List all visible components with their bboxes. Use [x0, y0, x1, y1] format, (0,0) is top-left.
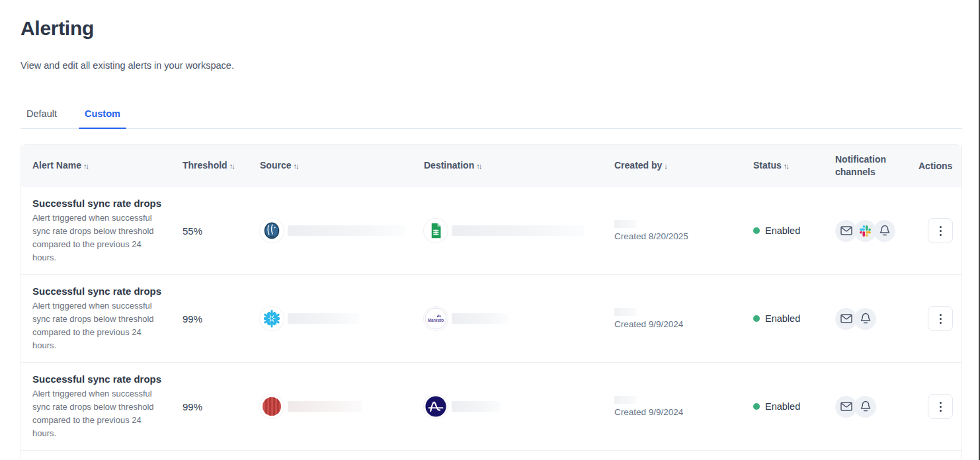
- alert-description: Alert triggered when successful sync rat…: [32, 211, 159, 264]
- redacted-creator-name: [614, 308, 636, 316]
- status-badge: Enabled: [753, 225, 835, 236]
- sort-icon: ↑↓: [229, 162, 234, 170]
- postgresql-icon: [260, 219, 284, 243]
- alert-name-text: Successful sync rate drops: [32, 286, 169, 297]
- created-date: Created 9/9/2024: [614, 407, 753, 417]
- created-by-cell: Created 9/9/2024: [614, 308, 753, 329]
- status-dot: [753, 403, 760, 410]
- slack-icon: [860, 225, 871, 237]
- sort-icon: ↑↓: [83, 162, 88, 170]
- actions-menu-button[interactable]: [928, 218, 953, 243]
- threshold-value: 99%: [183, 401, 260, 412]
- created-date: Created 8/20/2025: [614, 231, 753, 241]
- status-label: Enabled: [765, 225, 800, 236]
- column-header-status[interactable]: Status↑↓: [753, 159, 835, 172]
- red-database-icon: [260, 395, 284, 418]
- status-dot: [753, 227, 760, 234]
- redacted-creator-name: [614, 220, 636, 228]
- status-label: Enabled: [765, 401, 800, 412]
- sort-icon: ↑↓: [784, 162, 788, 170]
- alerting-page: Alerting View and edit all existing aler…: [0, 0, 980, 460]
- redacted-source-name: [288, 401, 362, 412]
- threshold-value: 99%: [183, 313, 260, 325]
- notification-channels-cell: [835, 220, 919, 242]
- table-row: Successful sync rate drops Alert trigger…: [21, 275, 961, 363]
- marketo-icon: Marketo: [424, 307, 448, 330]
- redacted-destination-name: [452, 401, 501, 412]
- alert-description: Alert triggered when successful sync rat…: [32, 387, 159, 440]
- source-cell: [260, 307, 424, 330]
- bell-channel-chip: [854, 308, 876, 330]
- column-header-created-by[interactable]: Created by↓: [614, 159, 753, 172]
- status-badge: Enabled: [753, 401, 835, 412]
- source-cell: [260, 395, 424, 418]
- table-row: Successful sync rate drops Alert trigger…: [21, 363, 961, 451]
- notification-channels-cell: [835, 396, 919, 418]
- bell-icon: [860, 401, 871, 412]
- source-cell: [260, 219, 424, 243]
- alert-name-text: Successful sync rate drops: [32, 198, 169, 209]
- column-header-notification-channels: Notification channels: [835, 153, 919, 178]
- kebab-icon: [940, 314, 942, 316]
- tab-custom[interactable]: Custom: [79, 104, 126, 128]
- destination-cell: Marketo: [424, 307, 614, 330]
- table-row: [21, 451, 961, 460]
- column-header-actions: Actions: [919, 160, 961, 172]
- column-header-threshold[interactable]: Threshold↑↓: [183, 159, 260, 172]
- email-icon: [840, 226, 852, 235]
- table-row: Successful sync rate drops Alert trigger…: [21, 187, 961, 275]
- page-subtitle: View and edit all existing alerts in you…: [20, 60, 234, 71]
- amplitude-icon: [424, 395, 448, 418]
- created-date: Created 9/9/2024: [614, 319, 753, 329]
- redacted-creator-name: [614, 396, 636, 404]
- alert-name-text: Successful sync rate drops: [32, 373, 169, 385]
- email-icon: [840, 402, 852, 411]
- sort-icon: ↑↓: [476, 162, 481, 170]
- bell-icon: [879, 225, 890, 237]
- column-header-alert-name[interactable]: Alert Name↑↓: [32, 159, 183, 172]
- column-header-source[interactable]: Source↑↓: [260, 159, 424, 172]
- alerts-table: Alert Name↑↓ Threshold↑↓ Source↑↓ Destin…: [20, 144, 962, 460]
- threshold-value: 55%: [183, 225, 260, 237]
- sort-icon: ↑↓: [293, 162, 298, 170]
- destination-cell: [424, 219, 614, 243]
- status-dot: [753, 315, 760, 322]
- bell-icon: [860, 313, 871, 325]
- tab-default[interactable]: Default: [20, 104, 63, 128]
- alert-description: Alert triggered when successful sync rat…: [32, 299, 159, 352]
- actions-menu-button[interactable]: [928, 306, 953, 331]
- redacted-source-name: [288, 313, 359, 324]
- snowflake-icon: [260, 307, 284, 330]
- tab-bar: Default Custom: [20, 104, 962, 129]
- table-header-row: Alert Name↑↓ Threshold↑↓ Source↑↓ Destin…: [21, 144, 961, 187]
- destination-cell: [424, 395, 614, 418]
- bell-channel-chip: [874, 220, 895, 242]
- status-label: Enabled: [765, 313, 800, 324]
- status-badge: Enabled: [753, 313, 835, 324]
- kebab-icon: [940, 226, 942, 228]
- marketo-label: Marketo: [428, 318, 444, 323]
- bell-channel-chip: [854, 396, 876, 418]
- redacted-destination-name: [452, 225, 584, 236]
- redacted-destination-name: [452, 313, 508, 324]
- page-title: Alerting: [20, 17, 94, 40]
- redacted-source-name: [288, 225, 405, 236]
- google-sheets-icon: [424, 219, 448, 243]
- notification-channels-cell: [835, 308, 919, 330]
- sort-icon: ↓: [664, 162, 667, 170]
- created-by-cell: Created 9/9/2024: [614, 396, 753, 417]
- column-header-destination[interactable]: Destination↑↓: [424, 159, 614, 172]
- created-by-cell: Created 8/20/2025: [614, 220, 753, 241]
- email-icon: [840, 314, 852, 323]
- actions-menu-button[interactable]: [928, 394, 953, 419]
- kebab-icon: [940, 402, 942, 404]
